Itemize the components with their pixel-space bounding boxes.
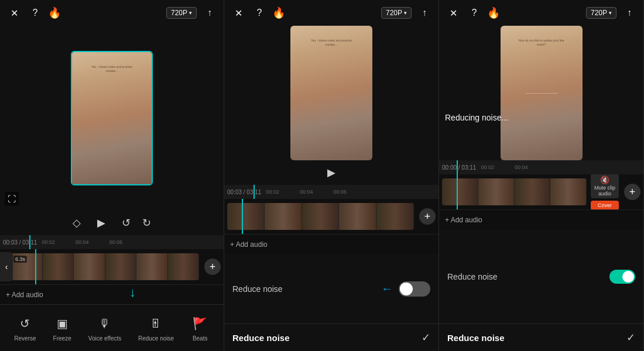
add-audio-bar-mid: + Add audio xyxy=(224,234,439,254)
redo-button-left[interactable]: ↻ xyxy=(142,216,151,229)
processing-line xyxy=(525,93,558,94)
time-display-mid: 00:03 / 03:11 xyxy=(227,189,261,195)
rn-toggle-right[interactable] xyxy=(609,270,635,284)
reverse-icon: ↺ xyxy=(16,314,35,333)
rn-title-mid: Reduce noise xyxy=(232,333,290,343)
toolbar-voice-effects[interactable]: 🎙 Voice effects xyxy=(88,314,122,342)
video-person-right: How do you like to update your fine moto… xyxy=(501,26,583,160)
toolbar-beats[interactable]: 🚩 Beats xyxy=(191,314,210,342)
flame-icon-left: 🔥 xyxy=(48,6,61,19)
rn-row-right: Reduce noise xyxy=(447,270,635,284)
add-clip-button-mid[interactable]: + xyxy=(419,208,436,225)
voice-effects-label: Voice effects xyxy=(88,335,122,342)
clip-thumb-right-1 xyxy=(442,178,478,205)
upload-button-right[interactable]: ↑ xyxy=(621,5,638,21)
voice-effects-icon: 🎙 xyxy=(95,314,114,333)
help-button-right[interactable]: ? xyxy=(466,5,482,21)
toolbar-reverse[interactable]: ↺ Reverse xyxy=(14,314,36,342)
clip-strip-right xyxy=(442,178,587,205)
clip-thumb-mid-3 xyxy=(302,203,340,230)
check-icon-mid: ✓ xyxy=(422,331,430,344)
mute-clip-button[interactable]: 🔇 Mute clip audio xyxy=(591,174,619,198)
controls-bar-mid: ▶ xyxy=(224,160,439,185)
add-audio-bar-right: + Add audio xyxy=(439,209,643,229)
cover-button[interactable]: Cover xyxy=(591,201,619,209)
top-bar-mid: ✕ ? 🔥 720P ▾ ↑ xyxy=(224,0,439,26)
clip-area-right: 🔇 Mute clip audio Cover + xyxy=(439,174,643,209)
toolbar-arrow: ↓ xyxy=(129,285,136,300)
bottom-toolbar: ↓ ↺ Reverse ▣ Freeze 🎙 Voice effects 🎚 R… xyxy=(0,304,224,351)
expand-button-left[interactable]: ⛶ xyxy=(5,192,19,206)
undo-button-left[interactable]: ↺ xyxy=(122,216,131,229)
rn-title-right: Reduce noise xyxy=(447,333,505,343)
video-person-left: Yes, I dream notes and practice creates.… xyxy=(72,52,152,184)
video-preview-mid: Yes, I dream notes and practice creates.… xyxy=(224,26,439,160)
video-thumb-right: How do you like to update your fine moto… xyxy=(501,26,583,160)
quality-badge-right[interactable]: 720P ▾ xyxy=(586,7,616,19)
add-clip-button-left[interactable]: + xyxy=(204,259,221,275)
clip-thumb-right-4 xyxy=(550,178,587,205)
upload-button-left[interactable]: ↑ xyxy=(201,5,218,21)
add-audio-button-left[interactable]: + Add audio xyxy=(6,291,43,299)
help-button-left[interactable]: ? xyxy=(27,5,43,21)
quality-badge-mid[interactable]: 720P ▾ xyxy=(381,7,412,19)
clip-area-mid: + xyxy=(224,199,439,234)
close-button-right[interactable]: ✕ xyxy=(445,5,461,21)
video-overlay-text-mid: Yes, I dream notes and practice creates.… xyxy=(308,39,355,47)
top-bar-right: ✕ ? 🔥 720P ▾ ↑ xyxy=(439,0,643,26)
rn-row-mid: Reduce noise ← xyxy=(232,281,430,297)
clip-thumb-3 xyxy=(74,253,105,280)
clip-strip-mid xyxy=(227,203,414,230)
upload-button-mid[interactable]: ↑ xyxy=(416,5,433,21)
toolbar-freeze[interactable]: ▣ Freeze xyxy=(53,314,71,342)
nav-arrow-left[interactable]: ‹ xyxy=(0,252,13,281)
clip-thumb-6 xyxy=(168,253,200,280)
clip-thumb-mid-2 xyxy=(265,203,302,230)
rn-toggle-mid[interactable] xyxy=(399,281,430,297)
clip-action-buttons: 🔇 Mute clip audio Cover xyxy=(591,174,619,209)
panel-mid: ✕ ? 🔥 720P ▾ ↑ Yes, I dream notes and pr… xyxy=(224,0,439,351)
rn-slider-handle-mid xyxy=(400,283,413,295)
freeze-label: Freeze xyxy=(53,335,71,342)
add-clip-button-right[interactable]: + xyxy=(624,184,640,200)
reduce-noise-icon: 🎚 xyxy=(146,314,165,333)
timeline-needle-mid xyxy=(242,199,243,234)
noise-arrow-mid: ← xyxy=(381,282,393,295)
clip-thumb-right-3 xyxy=(515,178,551,205)
video-preview-right: How do you like to update your fine moto… xyxy=(439,26,643,160)
clip-thumb-5 xyxy=(136,253,168,280)
diamond-button-left[interactable]: ◇ xyxy=(73,216,81,229)
rn-bottom-right: Reduce noise ✓ xyxy=(439,324,643,351)
quality-badge-left[interactable]: 720P ▾ xyxy=(166,7,197,19)
clip-thumb-2 xyxy=(43,253,74,280)
mute-icon: 🔇 xyxy=(600,176,609,184)
help-button-mid[interactable]: ? xyxy=(251,5,268,21)
clip-thumb-mid-1 xyxy=(227,203,265,230)
add-audio-button-right[interactable]: + Add audio xyxy=(445,216,482,224)
timeline-cursor-mid xyxy=(254,185,255,199)
video-thumb-left: Yes, I dream notes and practice creates.… xyxy=(71,51,153,185)
add-audio-button-mid[interactable]: + Add audio xyxy=(230,240,268,249)
close-button-left[interactable]: ✕ xyxy=(6,5,22,21)
rn-bottom-mid: Reduce noise ✓ xyxy=(224,324,439,351)
video-thumb-mid: Yes, I dream notes and practice creates.… xyxy=(290,26,372,160)
controls-bar-left: ◇ ▶ ↺ ↻ xyxy=(0,211,224,235)
play-button-mid[interactable]: ▶ xyxy=(323,164,340,181)
play-button-left[interactable]: ▶ xyxy=(93,214,110,232)
clip-thumb-mid-5 xyxy=(376,203,414,230)
flame-icon-mid: 🔥 xyxy=(272,6,285,19)
timeline-cursor-right xyxy=(457,160,458,174)
timeline-needle-left xyxy=(35,249,36,284)
reverse-label: Reverse xyxy=(14,335,36,342)
timeline-cursor-left xyxy=(29,235,30,249)
time-display-right: 00:00 / 03:11 xyxy=(442,164,476,171)
close-button-mid[interactable]: ✕ xyxy=(230,5,246,21)
clip-strip-left: 6.3s xyxy=(11,253,199,280)
flame-icon-right: 🔥 xyxy=(487,6,500,19)
toolbar-reduce-noise[interactable]: 🎚 Reduce noise xyxy=(138,314,174,342)
rn-label-right: Reduce noise xyxy=(447,272,498,281)
clip-thumb-right-2 xyxy=(478,178,515,205)
add-audio-bar-left: + Add audio xyxy=(0,284,224,304)
timeline-bar-left: 00:03 / 03:11 00:02 00:04 00:06 xyxy=(0,235,224,249)
rn-label-mid: Reduce noise xyxy=(232,284,283,294)
